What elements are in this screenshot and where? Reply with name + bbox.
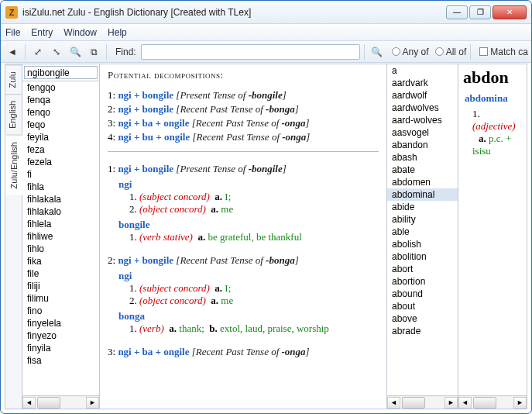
list-item[interactable]: fihlela — [22, 218, 99, 230]
find-label: Find: — [115, 47, 136, 57]
list-item[interactable]: fino — [22, 305, 99, 317]
anyof-radio[interactable]: Any of — [392, 47, 429, 57]
tab-english[interactable]: English — [5, 94, 22, 135]
list-item[interactable]: filimu — [22, 292, 99, 305]
list-item[interactable]: filiji — [22, 280, 99, 292]
list-item[interactable]: fika — [22, 255, 99, 267]
decomp-summary-line[interactable]: 1: ngi + bongile [Present Tense of -bong… — [108, 89, 379, 102]
definition-headword: abdomina — [465, 92, 520, 105]
list-item[interactable]: abdominal — [387, 188, 458, 201]
list-item[interactable]: file — [22, 267, 99, 280]
list-item[interactable]: about — [387, 300, 458, 312]
list-item[interactable]: fengqo — [22, 81, 99, 94]
decomp-detail-block: 2: ngi + bongile [Recent Past Tense of -… — [108, 254, 379, 335]
left-hscroll[interactable]: ◄► — [22, 395, 99, 409]
list-item[interactable]: aardwolves — [387, 102, 458, 114]
list-item[interactable]: feyila — [22, 131, 99, 143]
toolbar: ◄ ⤢ ⤡ 🔍 ⧉ Find: 🔍 Any of All of Match ca — [1, 41, 531, 63]
list-item[interactable]: abort — [387, 263, 458, 275]
matchcase-checkbox[interactable]: Match ca — [479, 47, 528, 57]
menu-window[interactable]: Window — [63, 27, 97, 38]
list-item[interactable]: abrade — [387, 325, 458, 337]
list-item[interactable]: aard-wolves — [387, 114, 458, 126]
list-item[interactable]: abolition — [387, 250, 458, 263]
find-go-button[interactable]: 🔍 — [369, 43, 386, 60]
left-column: fengqofenqafenqofeqofeyilafezafezelafifi… — [22, 64, 100, 409]
center-column: Potential decompositions: 1: ngi + bongi… — [100, 64, 387, 409]
menu-entry[interactable]: Entry — [31, 27, 53, 38]
back-button[interactable]: ◄ — [4, 43, 21, 60]
titlebar: Z isiZulu.net Zulu - English Dictionary … — [1, 1, 531, 24]
definition-body: abdomina 1. (adjective) a. p.c. + isisu — [458, 89, 527, 395]
list-item[interactable]: ability — [387, 213, 458, 226]
search-icon[interactable]: 🔍 — [67, 43, 84, 60]
list-item[interactable]: fenqa — [22, 94, 99, 106]
left-wordlist[interactable]: fengqofenqafenqofeqofeyilafezafezelafifi… — [22, 81, 99, 395]
workspace: Zulu English Zulu/English fengqofenqafen… — [5, 64, 527, 409]
menu-file[interactable]: File — [5, 27, 20, 38]
list-item[interactable]: fisa — [22, 354, 99, 367]
list-item[interactable]: abolish — [387, 238, 458, 250]
right-wordlist[interactable]: aaardvarkaardwolfaardwolvesaard-wolvesaa… — [387, 64, 458, 395]
decomp-summary-line[interactable]: 2: ngi + bongile [Recent Past Tense of -… — [108, 103, 379, 116]
tab-zulu[interactable]: Zulu — [5, 64, 22, 94]
list-item[interactable]: fezela — [22, 156, 99, 168]
list-item[interactable]: fihlakala — [22, 193, 99, 205]
list-item[interactable]: finyezo — [22, 329, 99, 342]
list-item[interactable]: abound — [387, 288, 458, 300]
definition-headword-large: abdon — [458, 64, 527, 89]
list-item[interactable]: finyila — [22, 342, 99, 354]
right-b-hscroll[interactable]: ◄► — [458, 395, 527, 409]
list-item[interactable]: aardvark — [387, 77, 458, 89]
list-item[interactable]: finyelela — [22, 317, 99, 329]
decomposition-panel[interactable]: Potential decompositions: 1: ngi + bongi… — [100, 64, 386, 409]
minimize-button[interactable]: — — [446, 5, 468, 19]
copy-button[interactable]: ⧉ — [85, 43, 102, 60]
decomp-detail-block: 1: ngi + bongile [Present Tense of -bong… — [108, 163, 379, 243]
list-item[interactable]: abdomen — [387, 176, 458, 188]
list-item[interactable]: abandon — [387, 139, 458, 151]
list-item[interactable]: fenqo — [22, 106, 99, 119]
decomp-summary-line[interactable]: 4: ngi + bu + ongile [Recent Past Tense … — [108, 131, 379, 143]
left-search-input[interactable] — [24, 66, 98, 79]
list-item[interactable]: able — [387, 226, 458, 238]
definition-column: abdon abdomina 1. (adjective) a. p.c. + … — [458, 64, 527, 409]
list-item[interactable]: fi — [22, 168, 99, 181]
list-item[interactable]: fihla — [22, 181, 99, 193]
vertical-tabs: Zulu English Zulu/English — [5, 64, 22, 409]
list-item[interactable]: feqo — [22, 119, 99, 131]
app-icon: Z — [5, 6, 18, 19]
maximize-button[interactable]: ❐ — [469, 5, 491, 19]
list-item[interactable]: abash — [387, 151, 458, 164]
list-item[interactable]: a — [387, 64, 458, 77]
list-item[interactable]: abortion — [387, 275, 458, 288]
tab-zulu-english[interactable]: Zulu/English — [5, 135, 22, 195]
list-item[interactable]: feza — [22, 143, 99, 156]
list-item[interactable]: above — [387, 312, 458, 325]
menubar: File Entry Window Help — [1, 24, 531, 41]
list-item[interactable]: abide — [387, 201, 458, 213]
menu-help[interactable]: Help — [108, 27, 127, 38]
find-input[interactable] — [141, 44, 360, 60]
list-item[interactable]: fihliwe — [22, 230, 99, 243]
list-item[interactable]: fihlo — [22, 243, 99, 255]
zoom-in-button[interactable]: ⤡ — [48, 43, 65, 60]
close-button[interactable]: ✕ — [493, 5, 527, 19]
list-item[interactable]: fihlakalo — [22, 205, 99, 218]
list-item[interactable]: abate — [387, 164, 458, 176]
right-wordlist-column: aaardvarkaardwolfaardwolvesaard-wolvesaa… — [387, 64, 458, 409]
right-a-hscroll[interactable]: ◄► — [387, 395, 458, 409]
decomp-detail-block: 3: ngi + ba + ongile [Recent Past Tense … — [108, 346, 379, 358]
list-item[interactable]: aardwolf — [387, 89, 458, 102]
zoom-out-button[interactable]: ⤢ — [29, 43, 46, 60]
list-item[interactable]: aasvogel — [387, 126, 458, 139]
decomp-summary-line[interactable]: 3: ngi + ba + ongile [Recent Past Tense … — [108, 117, 379, 129]
allof-radio[interactable]: All of — [435, 47, 467, 57]
decomp-heading: Potential decompositions: — [108, 69, 379, 81]
window-title: isiZulu.net Zulu - English Dictionary [C… — [22, 7, 446, 18]
